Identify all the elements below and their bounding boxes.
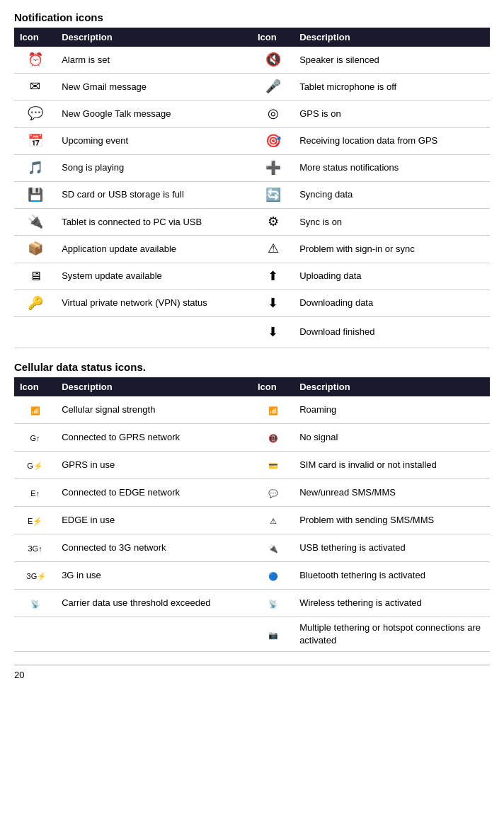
icon2-cell: ⚠ xyxy=(252,236,294,263)
col-desc1-header: Description xyxy=(56,28,252,47)
desc1-cell: Cellular signal strength xyxy=(56,396,252,424)
desc2-cell: Tablet microphone is off xyxy=(294,74,490,101)
desc1-cell: Connected to 3G network xyxy=(56,534,252,562)
col-desc2-header: Description xyxy=(294,28,490,47)
table-row: ✉ New Gmail message 🎤 Tablet microphone … xyxy=(14,74,490,101)
icon2-cell: 💳 xyxy=(252,452,294,479)
icon1-cell: 📶 xyxy=(14,396,56,424)
table-row: G⚡ GPRS in use 💳 SIM card is invalid or … xyxy=(14,452,490,479)
icon1-cell xyxy=(14,617,56,652)
table-row: 💾 SD card or USB storage is full 🔄 Synci… xyxy=(14,181,490,208)
desc2-cell: Wireless tethering is activated xyxy=(294,590,490,617)
desc2-cell: Multiple tethering or hotspot connection… xyxy=(294,617,490,652)
icon1-cell: 🔑 xyxy=(14,290,56,316)
desc1-cell: Virtual private network (VPN) status xyxy=(56,290,252,316)
icon1-cell: 📡 xyxy=(14,590,56,617)
desc1-cell: Tablet is connected to PC via USB xyxy=(56,209,252,236)
cellular-icons-table: Icon Description Icon Description 📶 Cell… xyxy=(14,377,490,652)
table-row: 📡 Carrier data use threshold exceeded 📡 … xyxy=(14,590,490,617)
table-row: G↑ Connected to GPRS network 📵 No signal xyxy=(14,424,490,452)
desc1-cell: EDGE in use xyxy=(56,507,252,534)
col-icon2-header: Icon xyxy=(252,28,294,47)
table-row: 💬 New Google Talk message ◎ GPS is on xyxy=(14,101,490,127)
desc2-cell: GPS is on xyxy=(294,101,490,127)
desc1-cell: Alarm is set xyxy=(56,47,252,74)
desc2-cell: SIM card is invalid or not installed xyxy=(294,452,490,479)
icon2-cell: 📡 xyxy=(252,590,294,617)
icon1-cell: ✉ xyxy=(14,74,56,101)
table-row: E⚡ EDGE in use ⚠ Problem with sending SM… xyxy=(14,507,490,534)
desc2-cell: Bluetooth tethering is activated xyxy=(294,562,490,590)
icon2-cell: 📶 xyxy=(252,396,294,424)
desc2-cell: Speaker is silenced xyxy=(294,47,490,74)
table-row: 🎵 Song is playing ➕ More status notifica… xyxy=(14,154,490,181)
icon1-cell: E↑ xyxy=(14,479,56,507)
table-row: 📶 Cellular signal strength 📶 Roaming xyxy=(14,396,490,424)
table-row: ⬇ Download finished xyxy=(14,316,490,348)
col-icon2-header: Icon xyxy=(252,377,294,396)
icon2-cell: 📵 xyxy=(252,424,294,452)
icon2-cell: ⬇ xyxy=(252,316,294,348)
desc1-cell: Connected to EDGE network xyxy=(56,479,252,507)
desc2-cell: More status notifications xyxy=(294,154,490,181)
table-row: 🖥 System update available ⬆ Uploading da… xyxy=(14,263,490,290)
table-row: ⏰ Alarm is set 🔇 Speaker is silenced xyxy=(14,47,490,74)
icon2-cell: ⚙ xyxy=(252,209,294,236)
icon1-cell: ⏰ xyxy=(14,47,56,74)
desc1-cell: 3G in use xyxy=(56,562,252,590)
desc2-cell: USB tethering is activated xyxy=(294,534,490,562)
col-icon1-header: Icon xyxy=(14,377,56,396)
page-number: 20 xyxy=(14,665,490,680)
desc2-cell: Problem with sign-in or sync xyxy=(294,236,490,263)
col-desc1-header: Description xyxy=(56,377,252,396)
table-row: 📅 Upcoming event 🎯 Receiving location da… xyxy=(14,127,490,154)
icon1-cell: 📦 xyxy=(14,236,56,263)
icon1-cell: 🎵 xyxy=(14,154,56,181)
desc1-cell: Carrier data use threshold exceeded xyxy=(56,590,252,617)
icon2-cell: 🔵 xyxy=(252,562,294,590)
icon2-cell: 🎤 xyxy=(252,74,294,101)
icon2-cell: 🔇 xyxy=(252,47,294,74)
desc2-cell: Download finished xyxy=(294,316,490,348)
table-row: 🔑 Virtual private network (VPN) status ⬇… xyxy=(14,290,490,316)
icon2-cell: ⚠ xyxy=(252,507,294,534)
desc1-cell xyxy=(56,617,252,652)
icon1-cell: G↑ xyxy=(14,424,56,452)
desc1-cell: System update available xyxy=(56,263,252,290)
desc1-cell: Upcoming event xyxy=(56,127,252,154)
icon2-cell: 🔌 xyxy=(252,534,294,562)
desc2-cell: Downloading data xyxy=(294,290,490,316)
section2-title: Cellular data status icons. xyxy=(14,361,490,373)
table-row: E↑ Connected to EDGE network 💬 New/unrea… xyxy=(14,479,490,507)
icon1-cell: 3G↑ xyxy=(14,534,56,562)
desc2-cell: Syncing data xyxy=(294,181,490,208)
icon1-cell xyxy=(14,316,56,348)
icon1-cell: 🖥 xyxy=(14,263,56,290)
table-row: 📷 Multiple tethering or hotspot connecti… xyxy=(14,617,490,652)
desc1-cell: Application update available xyxy=(56,236,252,263)
icon2-cell: 📷 xyxy=(252,617,294,652)
icon2-cell: ➕ xyxy=(252,154,294,181)
icon2-cell: 🔄 xyxy=(252,181,294,208)
desc2-cell: No signal xyxy=(294,424,490,452)
desc1-cell: Song is playing xyxy=(56,154,252,181)
table-row: 3G↑ Connected to 3G network 🔌 USB tether… xyxy=(14,534,490,562)
icon2-cell: ⬇ xyxy=(252,290,294,316)
table-row: 📦 Application update available ⚠ Problem… xyxy=(14,236,490,263)
desc1-cell: New Google Talk message xyxy=(56,101,252,127)
table-row: 🔌 Tablet is connected to PC via USB ⚙ Sy… xyxy=(14,209,490,236)
icon1-cell: 💾 xyxy=(14,181,56,208)
icon1-cell: 💬 xyxy=(14,101,56,127)
desc2-cell: Uploading data xyxy=(294,263,490,290)
icon2-cell: ⬆ xyxy=(252,263,294,290)
col-icon1-header: Icon xyxy=(14,28,56,47)
icon2-cell: 🎯 xyxy=(252,127,294,154)
desc2-cell: New/unread SMS/MMS xyxy=(294,479,490,507)
icon1-cell: 🔌 xyxy=(14,209,56,236)
section1-title: Notification icons xyxy=(14,11,490,23)
icon2-cell: 💬 xyxy=(252,479,294,507)
icon1-cell: 3G⚡ xyxy=(14,562,56,590)
icon1-cell: E⚡ xyxy=(14,507,56,534)
desc2-cell: Problem with sending SMS/MMS xyxy=(294,507,490,534)
notification-icons-table: Icon Description Icon Description ⏰ Alar… xyxy=(14,28,490,348)
